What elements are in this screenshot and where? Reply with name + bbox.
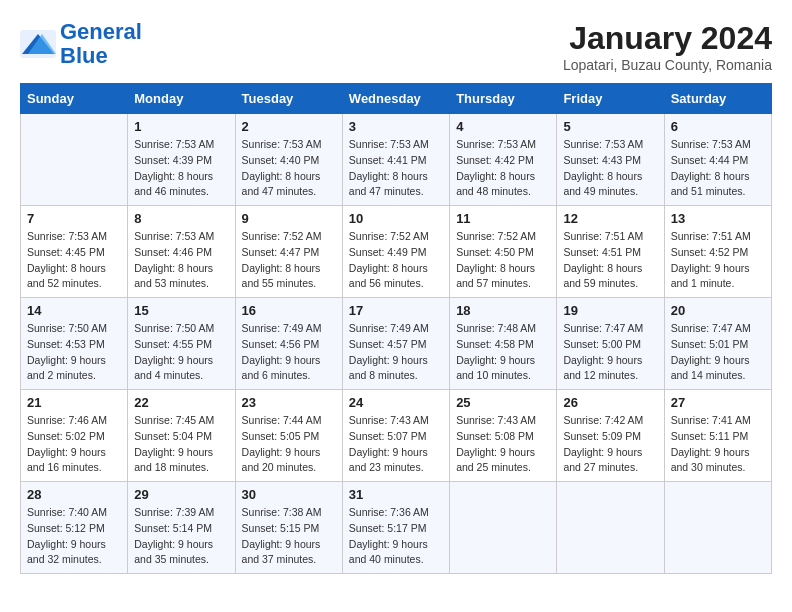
day-info: Sunrise: 7:52 AM Sunset: 4:49 PM Dayligh… bbox=[349, 229, 443, 292]
day-number: 31 bbox=[349, 487, 443, 502]
calendar-cell: 8Sunrise: 7:53 AM Sunset: 4:46 PM Daylig… bbox=[128, 206, 235, 298]
day-info: Sunrise: 7:39 AM Sunset: 5:14 PM Dayligh… bbox=[134, 505, 228, 568]
day-info: Sunrise: 7:51 AM Sunset: 4:52 PM Dayligh… bbox=[671, 229, 765, 292]
calendar-cell: 9Sunrise: 7:52 AM Sunset: 4:47 PM Daylig… bbox=[235, 206, 342, 298]
day-number: 18 bbox=[456, 303, 550, 318]
calendar-cell: 26Sunrise: 7:42 AM Sunset: 5:09 PM Dayli… bbox=[557, 390, 664, 482]
calendar-cell: 19Sunrise: 7:47 AM Sunset: 5:00 PM Dayli… bbox=[557, 298, 664, 390]
day-info: Sunrise: 7:36 AM Sunset: 5:17 PM Dayligh… bbox=[349, 505, 443, 568]
calendar-cell: 14Sunrise: 7:50 AM Sunset: 4:53 PM Dayli… bbox=[21, 298, 128, 390]
weekday-header-thursday: Thursday bbox=[450, 84, 557, 114]
calendar-cell: 10Sunrise: 7:52 AM Sunset: 4:49 PM Dayli… bbox=[342, 206, 449, 298]
day-number: 27 bbox=[671, 395, 765, 410]
day-number: 30 bbox=[242, 487, 336, 502]
calendar-cell: 25Sunrise: 7:43 AM Sunset: 5:08 PM Dayli… bbox=[450, 390, 557, 482]
day-number: 11 bbox=[456, 211, 550, 226]
calendar-cell: 18Sunrise: 7:48 AM Sunset: 4:58 PM Dayli… bbox=[450, 298, 557, 390]
calendar-cell: 3Sunrise: 7:53 AM Sunset: 4:41 PM Daylig… bbox=[342, 114, 449, 206]
day-info: Sunrise: 7:41 AM Sunset: 5:11 PM Dayligh… bbox=[671, 413, 765, 476]
day-info: Sunrise: 7:53 AM Sunset: 4:44 PM Dayligh… bbox=[671, 137, 765, 200]
day-number: 26 bbox=[563, 395, 657, 410]
day-info: Sunrise: 7:53 AM Sunset: 4:39 PM Dayligh… bbox=[134, 137, 228, 200]
logo-icon bbox=[20, 30, 56, 58]
calendar-cell: 1Sunrise: 7:53 AM Sunset: 4:39 PM Daylig… bbox=[128, 114, 235, 206]
weekday-header-row: SundayMondayTuesdayWednesdayThursdayFrid… bbox=[21, 84, 772, 114]
day-info: Sunrise: 7:53 AM Sunset: 4:46 PM Dayligh… bbox=[134, 229, 228, 292]
day-number: 16 bbox=[242, 303, 336, 318]
logo-text: General Blue bbox=[60, 20, 142, 68]
day-number: 17 bbox=[349, 303, 443, 318]
day-info: Sunrise: 7:45 AM Sunset: 5:04 PM Dayligh… bbox=[134, 413, 228, 476]
calendar-cell bbox=[21, 114, 128, 206]
logo-line1: General bbox=[60, 19, 142, 44]
calendar-cell: 15Sunrise: 7:50 AM Sunset: 4:55 PM Dayli… bbox=[128, 298, 235, 390]
day-info: Sunrise: 7:50 AM Sunset: 4:55 PM Dayligh… bbox=[134, 321, 228, 384]
day-info: Sunrise: 7:53 AM Sunset: 4:45 PM Dayligh… bbox=[27, 229, 121, 292]
calendar-cell: 29Sunrise: 7:39 AM Sunset: 5:14 PM Dayli… bbox=[128, 482, 235, 574]
weekday-header-saturday: Saturday bbox=[664, 84, 771, 114]
calendar-cell: 12Sunrise: 7:51 AM Sunset: 4:51 PM Dayli… bbox=[557, 206, 664, 298]
day-number: 20 bbox=[671, 303, 765, 318]
week-row-2: 7Sunrise: 7:53 AM Sunset: 4:45 PM Daylig… bbox=[21, 206, 772, 298]
calendar-cell: 11Sunrise: 7:52 AM Sunset: 4:50 PM Dayli… bbox=[450, 206, 557, 298]
day-number: 15 bbox=[134, 303, 228, 318]
week-row-3: 14Sunrise: 7:50 AM Sunset: 4:53 PM Dayli… bbox=[21, 298, 772, 390]
calendar-cell: 4Sunrise: 7:53 AM Sunset: 4:42 PM Daylig… bbox=[450, 114, 557, 206]
weekday-header-wednesday: Wednesday bbox=[342, 84, 449, 114]
day-info: Sunrise: 7:42 AM Sunset: 5:09 PM Dayligh… bbox=[563, 413, 657, 476]
day-info: Sunrise: 7:43 AM Sunset: 5:08 PM Dayligh… bbox=[456, 413, 550, 476]
day-info: Sunrise: 7:48 AM Sunset: 4:58 PM Dayligh… bbox=[456, 321, 550, 384]
day-number: 4 bbox=[456, 119, 550, 134]
calendar-cell: 16Sunrise: 7:49 AM Sunset: 4:56 PM Dayli… bbox=[235, 298, 342, 390]
logo-line2: Blue bbox=[60, 43, 108, 68]
weekday-header-friday: Friday bbox=[557, 84, 664, 114]
day-info: Sunrise: 7:40 AM Sunset: 5:12 PM Dayligh… bbox=[27, 505, 121, 568]
day-number: 22 bbox=[134, 395, 228, 410]
day-info: Sunrise: 7:53 AM Sunset: 4:42 PM Dayligh… bbox=[456, 137, 550, 200]
weekday-header-sunday: Sunday bbox=[21, 84, 128, 114]
day-info: Sunrise: 7:47 AM Sunset: 5:00 PM Dayligh… bbox=[563, 321, 657, 384]
week-row-1: 1Sunrise: 7:53 AM Sunset: 4:39 PM Daylig… bbox=[21, 114, 772, 206]
calendar-cell bbox=[664, 482, 771, 574]
day-number: 2 bbox=[242, 119, 336, 134]
calendar-cell bbox=[557, 482, 664, 574]
logo: General Blue bbox=[20, 20, 142, 68]
calendar-cell: 2Sunrise: 7:53 AM Sunset: 4:40 PM Daylig… bbox=[235, 114, 342, 206]
day-number: 13 bbox=[671, 211, 765, 226]
calendar-cell: 23Sunrise: 7:44 AM Sunset: 5:05 PM Dayli… bbox=[235, 390, 342, 482]
page-header: General Blue January 2024 Lopatari, Buza… bbox=[20, 20, 772, 73]
calendar-cell: 7Sunrise: 7:53 AM Sunset: 4:45 PM Daylig… bbox=[21, 206, 128, 298]
calendar-cell bbox=[450, 482, 557, 574]
day-number: 6 bbox=[671, 119, 765, 134]
weekday-header-monday: Monday bbox=[128, 84, 235, 114]
day-number: 9 bbox=[242, 211, 336, 226]
day-number: 5 bbox=[563, 119, 657, 134]
calendar-cell: 13Sunrise: 7:51 AM Sunset: 4:52 PM Dayli… bbox=[664, 206, 771, 298]
calendar-cell: 17Sunrise: 7:49 AM Sunset: 4:57 PM Dayli… bbox=[342, 298, 449, 390]
calendar-cell: 27Sunrise: 7:41 AM Sunset: 5:11 PM Dayli… bbox=[664, 390, 771, 482]
calendar-cell: 21Sunrise: 7:46 AM Sunset: 5:02 PM Dayli… bbox=[21, 390, 128, 482]
day-info: Sunrise: 7:51 AM Sunset: 4:51 PM Dayligh… bbox=[563, 229, 657, 292]
day-info: Sunrise: 7:53 AM Sunset: 4:43 PM Dayligh… bbox=[563, 137, 657, 200]
day-info: Sunrise: 7:46 AM Sunset: 5:02 PM Dayligh… bbox=[27, 413, 121, 476]
day-number: 21 bbox=[27, 395, 121, 410]
day-number: 19 bbox=[563, 303, 657, 318]
day-number: 28 bbox=[27, 487, 121, 502]
calendar-cell: 24Sunrise: 7:43 AM Sunset: 5:07 PM Dayli… bbox=[342, 390, 449, 482]
day-info: Sunrise: 7:44 AM Sunset: 5:05 PM Dayligh… bbox=[242, 413, 336, 476]
day-info: Sunrise: 7:49 AM Sunset: 4:57 PM Dayligh… bbox=[349, 321, 443, 384]
month-title: January 2024 bbox=[563, 20, 772, 57]
day-number: 1 bbox=[134, 119, 228, 134]
day-number: 7 bbox=[27, 211, 121, 226]
day-info: Sunrise: 7:50 AM Sunset: 4:53 PM Dayligh… bbox=[27, 321, 121, 384]
day-number: 29 bbox=[134, 487, 228, 502]
week-row-4: 21Sunrise: 7:46 AM Sunset: 5:02 PM Dayli… bbox=[21, 390, 772, 482]
day-number: 3 bbox=[349, 119, 443, 134]
calendar-table: SundayMondayTuesdayWednesdayThursdayFrid… bbox=[20, 83, 772, 574]
calendar-cell: 20Sunrise: 7:47 AM Sunset: 5:01 PM Dayli… bbox=[664, 298, 771, 390]
calendar-cell: 6Sunrise: 7:53 AM Sunset: 4:44 PM Daylig… bbox=[664, 114, 771, 206]
day-number: 24 bbox=[349, 395, 443, 410]
location-subtitle: Lopatari, Buzau County, Romania bbox=[563, 57, 772, 73]
day-info: Sunrise: 7:38 AM Sunset: 5:15 PM Dayligh… bbox=[242, 505, 336, 568]
day-info: Sunrise: 7:52 AM Sunset: 4:47 PM Dayligh… bbox=[242, 229, 336, 292]
